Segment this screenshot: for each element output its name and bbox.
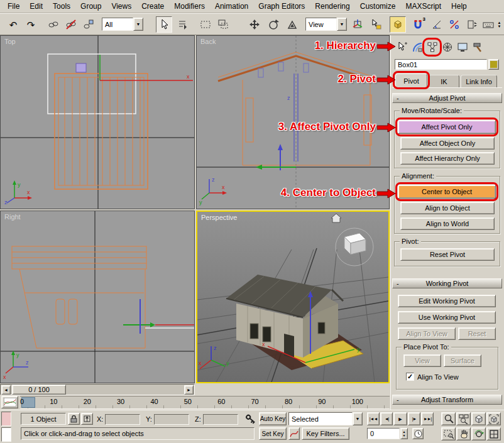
tab-display[interactable] (455, 39, 470, 55)
undo-button[interactable]: ↶ (5, 16, 21, 33)
set-key-button[interactable]: Set Key (259, 427, 287, 440)
orbit-view-button[interactable] (471, 427, 486, 440)
align-to-object-button[interactable]: Align to Object (400, 202, 495, 214)
select-and-move-button[interactable] (246, 16, 263, 33)
go-to-start-button[interactable]: |◄◄ (367, 412, 380, 425)
tab-link-info[interactable]: Link Info (461, 75, 497, 88)
time-slider-next-button[interactable]: ► (184, 385, 194, 395)
menu-graph-editors[interactable]: Graph Editors (253, 1, 310, 12)
reset-working-pivot-button[interactable]: Reset (458, 327, 496, 340)
tab-modify[interactable] (410, 39, 425, 55)
viewport-right[interactable]: Right y (0, 211, 195, 383)
rectangular-selection-region-button[interactable] (197, 16, 214, 33)
tab-hierarchy[interactable] (425, 39, 440, 55)
zoom-extents-button[interactable] (471, 412, 486, 425)
menu-maxscript[interactable]: MAXScript (400, 1, 446, 12)
tab-create[interactable] (395, 39, 410, 55)
reference-coordinate-dropdown[interactable]: View ▼ (305, 18, 347, 31)
next-frame-button[interactable]: |► (408, 412, 420, 425)
play-animation-button[interactable]: ► (393, 412, 407, 425)
window-crossing-toggle-button[interactable] (215, 16, 231, 33)
viewport-right-label[interactable]: Right (4, 213, 21, 221)
center-to-object-button[interactable]: Center to Object (398, 185, 496, 199)
menu-group[interactable]: Group (75, 1, 106, 12)
affect-pivot-only-button[interactable]: Affect Pivot Only (398, 120, 496, 134)
select-and-manipulate-button[interactable] (368, 16, 385, 33)
viewport-perspective[interactable]: Perspective (196, 211, 390, 383)
maximize-viewport-toggle-button[interactable] (486, 427, 501, 440)
tab-utilities[interactable] (470, 39, 485, 55)
current-frame-spinner[interactable]: ▲ ▼ (400, 428, 408, 439)
object-name-field[interactable]: Box01 (395, 59, 487, 70)
select-by-name-button[interactable] (175, 16, 191, 33)
angle-snap-toggle-button[interactable] (429, 16, 445, 33)
percent-snap-toggle-button[interactable] (446, 16, 463, 33)
current-frame-field[interactable]: 0 (367, 428, 400, 439)
align-to-view-button[interactable]: Align To View (398, 327, 456, 340)
select-and-scale-button[interactable] (284, 16, 300, 33)
menu-views[interactable]: Views (106, 1, 136, 12)
go-to-end-button[interactable]: ►►| (421, 412, 434, 425)
track-bar[interactable]: 010 2030 4050 6070 8090 100 (20, 396, 390, 409)
time-configuration-button[interactable] (412, 428, 424, 439)
viewport-perspective-label[interactable]: Perspective (201, 214, 237, 221)
menu-rendering[interactable]: Rendering (310, 1, 354, 12)
place-pivot-view-button[interactable]: View (403, 354, 441, 367)
select-and-rotate-button[interactable] (265, 16, 282, 33)
select-and-link-button[interactable] (45, 16, 62, 33)
rollout-adjust-transform[interactable]: - Adjust Transform (392, 395, 502, 405)
reset-pivot-button[interactable]: Reset Pivot (400, 248, 495, 261)
redo-button[interactable]: ↷ (23, 16, 39, 33)
use-working-pivot-button[interactable]: Use Working Pivot (398, 311, 496, 324)
menu-tools[interactable]: Tools (48, 1, 75, 12)
spinner-snap-toggle-button[interactable] (464, 16, 480, 33)
x-coordinate-field[interactable] (105, 414, 140, 425)
affect-hierarchy-only-button[interactable]: Affect Hierarchy Only (400, 152, 495, 165)
selection-filter-dropdown[interactable]: All ▼ (102, 18, 143, 31)
z-coordinate-field[interactable] (203, 414, 238, 425)
align-to-view-checkbox[interactable]: ✓ (406, 373, 414, 381)
time-slider-button[interactable]: 0 / 100 (12, 385, 66, 395)
menu-animation[interactable]: Animation (210, 1, 253, 12)
key-filters-button[interactable]: Key Filters... (302, 427, 349, 440)
zoom-extents-all-button[interactable] (486, 412, 501, 425)
y-coordinate-field[interactable] (154, 414, 189, 425)
select-object-button[interactable] (156, 16, 172, 33)
tab-motion[interactable] (440, 39, 455, 55)
menu-edit[interactable]: Edit (25, 1, 48, 12)
place-pivot-surface-button[interactable]: Surface (444, 354, 481, 367)
new-key-default-in-out-tangents-button[interactable] (288, 427, 300, 440)
viewport-top-label[interactable]: Top (4, 38, 16, 45)
toolbar-scroll-spinner[interactable]: ▲ ▼ (496, 18, 503, 31)
object-color-swatch[interactable] (488, 59, 499, 70)
rollout-adjust-pivot[interactable]: - Adjust Pivot (392, 93, 502, 103)
tab-pivot[interactable]: Pivot (395, 74, 427, 88)
unlink-selection-button[interactable] (63, 16, 79, 33)
absolute-offset-mode-toggle[interactable] (81, 413, 93, 425)
snap-toggle-3d-button[interactable]: 3 (410, 16, 426, 33)
open-mini-curve-editor-button[interactable] (1, 396, 18, 408)
rollout-working-pivot[interactable]: - Working Pivot (392, 278, 502, 288)
time-slider-prev-button[interactable]: ◄ (1, 385, 11, 395)
pan-view-button[interactable] (456, 427, 471, 440)
menu-modifiers[interactable]: Modifiers (169, 1, 210, 12)
use-pivot-point-center-button[interactable] (349, 16, 366, 33)
tab-ik[interactable]: IK (429, 75, 459, 88)
maxscript-mini-listener[interactable] (1, 427, 11, 442)
viewport-back-label[interactable]: Back (200, 38, 216, 45)
menu-file[interactable]: File (3, 1, 25, 12)
menu-customize[interactable]: Customize (355, 1, 401, 12)
auto-key-button[interactable]: Auto Key (259, 412, 287, 425)
maxscript-mini-listener-macro[interactable] (1, 412, 11, 426)
zoom-all-button[interactable] (456, 412, 471, 425)
key-mode-dropdown[interactable]: Selected ▼ (288, 412, 363, 425)
affect-object-only-button[interactable]: Affect Object Only (400, 137, 495, 150)
menu-create[interactable]: Create (136, 1, 169, 12)
viewport-top[interactable]: Top x y (0, 35, 195, 209)
snaps-toggle-cube-button[interactable] (390, 16, 406, 33)
zoom-region-button[interactable] (441, 427, 456, 440)
keyboard-shortcut-override-button[interactable] (480, 16, 496, 33)
set-keys-button[interactable] (244, 412, 258, 426)
align-to-world-button[interactable]: Align to World (400, 217, 495, 230)
menu-help[interactable]: Help (446, 1, 472, 12)
